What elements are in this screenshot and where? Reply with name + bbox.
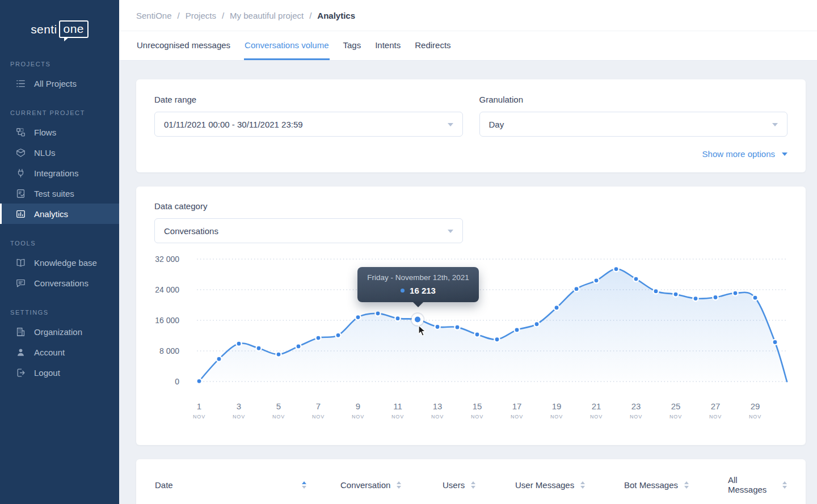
sidebar-item-label: Flows xyxy=(34,128,56,137)
sidebar-item-knowledge-base[interactable]: Knowledge base xyxy=(0,252,119,273)
column-header-user-messages[interactable]: User Messages xyxy=(515,480,624,490)
chart-point[interactable] xyxy=(534,321,539,327)
chart-point[interactable] xyxy=(236,341,241,346)
date-range-label: Date range xyxy=(154,95,463,104)
breadcrumb-link-projects[interactable]: Projects xyxy=(186,11,216,20)
chart-point[interactable] xyxy=(196,379,201,384)
x-axis-month-label: NOV xyxy=(312,414,325,420)
x-axis-day-label: 7 xyxy=(316,401,321,411)
granulation-field: Granulation Day xyxy=(479,95,788,137)
chart-point[interactable] xyxy=(574,286,579,291)
breadcrumb-link-my-beautiful-project[interactable]: My beautiful project xyxy=(230,11,304,20)
list-icon xyxy=(15,78,26,89)
x-axis-month-label: NOV xyxy=(511,414,523,420)
sort-arrows-icon[interactable] xyxy=(397,481,401,489)
chart-point[interactable] xyxy=(752,295,757,300)
chart-point[interactable] xyxy=(673,292,678,297)
x-axis-month-label: NOV xyxy=(630,414,642,420)
bar-chart-icon xyxy=(15,209,26,219)
sentione-logo[interactable]: senti one xyxy=(0,20,119,38)
sort-arrows-icon[interactable] xyxy=(782,481,787,489)
chart-point[interactable] xyxy=(454,325,460,330)
tab-conversations-volume[interactable]: Conversations volume xyxy=(244,31,329,60)
chart-point[interactable] xyxy=(216,357,221,362)
column-header-date[interactable]: Date xyxy=(155,480,340,490)
chart-point[interactable] xyxy=(435,324,440,329)
column-header-all-messages[interactable]: All Messages xyxy=(728,475,787,494)
sidebar-item-all-projects[interactable]: All Projects xyxy=(0,73,119,94)
chart-point[interactable] xyxy=(653,289,658,294)
breadcrumb-current: Analytics xyxy=(317,11,355,20)
sidebar-item-label: NLUs xyxy=(34,148,56,158)
tab-tags[interactable]: Tags xyxy=(343,31,362,60)
sidebar-item-conversations[interactable]: Conversations xyxy=(0,273,119,293)
chart-point[interactable] xyxy=(613,266,618,272)
x-axis-day-label: 27 xyxy=(711,401,721,411)
area-fill xyxy=(199,269,787,382)
chart-point[interactable] xyxy=(732,290,738,295)
chart-point[interactable] xyxy=(494,337,499,342)
flows-icon xyxy=(15,127,26,138)
table-header-row: DateConversationUsersUser MessagesBot Me… xyxy=(155,459,787,504)
sidebar-item-analytics[interactable]: Analytics xyxy=(0,204,119,224)
chart-point[interactable] xyxy=(395,316,400,321)
x-axis-month-label: NOV xyxy=(431,414,444,420)
chart-point[interactable] xyxy=(375,311,380,316)
chart-point[interactable] xyxy=(633,277,638,282)
tab-unrecognised-messages[interactable]: Unrecognised messages xyxy=(136,31,231,60)
column-header-users[interactable]: Users xyxy=(443,480,515,490)
sidebar-item-label: Analytics xyxy=(34,209,68,219)
sidebar-item-label: Organization xyxy=(34,327,82,337)
data-category-value: Conversations xyxy=(164,226,218,236)
sidebar-item-flows[interactable]: Flows xyxy=(0,122,119,142)
chart-point[interactable] xyxy=(593,278,599,283)
chart-point[interactable] xyxy=(693,296,698,301)
date-range-select[interactable]: 01/11/2021 00:00 - 30/11/2021 23:59 xyxy=(154,112,463,137)
sidebar-item-integrations[interactable]: Integrations xyxy=(0,163,119,183)
building-icon xyxy=(15,327,26,337)
sidebar-item-label: Knowledge base xyxy=(34,258,97,268)
chart-point[interactable] xyxy=(554,305,559,310)
sidebar-item-logout[interactable]: Logout xyxy=(0,362,119,383)
sidebar-item-test-suites[interactable]: Test suites xyxy=(0,183,119,204)
column-header-conversation[interactable]: Conversation xyxy=(340,480,443,490)
tab-redirects[interactable]: Redirects xyxy=(414,31,451,60)
chart-point[interactable] xyxy=(772,340,777,345)
conversations-volume-chart-card: Data category Conversations 08 00016 000… xyxy=(136,187,806,445)
sort-arrows-icon[interactable] xyxy=(302,481,306,489)
x-axis-month-label: NOV xyxy=(193,414,205,420)
tab-intents[interactable]: Intents xyxy=(374,31,401,60)
sort-arrows-icon[interactable] xyxy=(684,481,689,489)
chart-point[interactable] xyxy=(474,332,479,337)
sidebar-item-account[interactable]: Account xyxy=(0,342,119,362)
chart-point[interactable] xyxy=(276,351,281,357)
x-axis-day-label: 1 xyxy=(197,401,201,411)
breadcrumb-link-sentione[interactable]: SentiOne xyxy=(136,11,172,20)
sort-arrows-icon[interactable] xyxy=(580,481,585,489)
column-header-bot-messages[interactable]: Bot Messages xyxy=(624,480,728,490)
sidebar-item-organization[interactable]: Organization xyxy=(0,321,119,342)
show-more-options-link[interactable]: Show more options xyxy=(702,149,787,159)
open-book-icon xyxy=(15,257,26,268)
x-axis-month-label: NOV xyxy=(749,414,761,420)
column-label: Bot Messages xyxy=(624,480,678,490)
chart-point[interactable] xyxy=(713,295,718,300)
x-axis-month-label: NOV xyxy=(272,414,285,420)
x-axis-month-label: NOV xyxy=(391,414,404,420)
granulation-select[interactable]: Day xyxy=(479,112,788,137)
chart-point[interactable] xyxy=(256,346,261,351)
sidebar-item-label: Account xyxy=(34,348,65,357)
x-axis-day-label: 9 xyxy=(356,401,360,411)
x-axis-day-label: 25 xyxy=(671,401,681,411)
chart-point-selected[interactable] xyxy=(415,317,420,323)
sort-arrows-icon[interactable] xyxy=(471,481,475,489)
data-category-select[interactable]: Conversations xyxy=(154,218,463,243)
sidebar-item-label: Logout xyxy=(34,368,60,378)
chart-point[interactable] xyxy=(296,344,301,349)
sidebar-item-nlus[interactable]: NLUs xyxy=(0,142,119,163)
column-label: User Messages xyxy=(515,480,574,490)
chart-point[interactable] xyxy=(355,315,360,320)
chart-point[interactable] xyxy=(514,327,519,332)
chart-point[interactable] xyxy=(315,335,321,340)
chart-point[interactable] xyxy=(335,333,340,338)
